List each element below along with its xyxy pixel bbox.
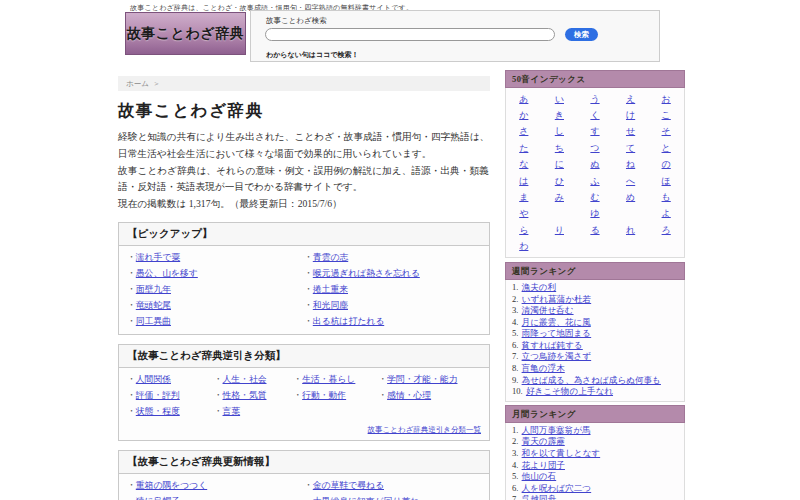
- kana-link[interactable]: う: [590, 94, 599, 104]
- kana-link[interactable]: は: [519, 176, 528, 186]
- proverb-link[interactable]: 和を以て貴しとなす: [522, 448, 601, 458]
- search-button[interactable]: 検索: [565, 28, 598, 41]
- proverb-link[interactable]: 濡れ手で粟: [136, 252, 180, 262]
- proverb-link[interactable]: 貧すれば鈍する: [522, 340, 583, 350]
- kana-link[interactable]: あ: [519, 94, 528, 104]
- kana-link[interactable]: も: [662, 192, 671, 202]
- proverb-link[interactable]: 愚公、山を移す: [136, 268, 198, 278]
- proverb-link[interactable]: 呉越同舟: [522, 494, 556, 500]
- kana-link[interactable]: そ: [662, 126, 671, 136]
- proverb-link[interactable]: 清濁併せ呑む: [522, 305, 574, 315]
- kana-link[interactable]: り: [555, 225, 564, 235]
- proverb-link[interactable]: 好きこそ物の上手なれ: [526, 386, 613, 396]
- kana-link[interactable]: て: [626, 143, 635, 153]
- kana-link[interactable]: よ: [662, 208, 671, 218]
- kana-link[interactable]: ふ: [590, 176, 599, 186]
- proverb-link[interactable]: 大男総身に知恵が回り兼ね: [313, 496, 419, 500]
- category-link[interactable]: 評価・評判: [136, 390, 180, 400]
- kana-link[interactable]: ま: [519, 192, 528, 202]
- category-link[interactable]: 学問・才能・能力: [387, 374, 457, 384]
- kana-link[interactable]: な: [519, 159, 528, 169]
- proverb-link[interactable]: 面壁九年: [136, 284, 171, 294]
- kana-cell: す: [577, 125, 613, 138]
- category-link[interactable]: 生活・暮らし: [302, 374, 355, 384]
- kana-link[interactable]: わ: [519, 241, 528, 251]
- category-link[interactable]: 言葉: [223, 406, 241, 416]
- kana-link[interactable]: と: [662, 143, 671, 153]
- ranking-item: 他山の石: [512, 471, 680, 483]
- category-link[interactable]: 状態・程度: [136, 406, 180, 416]
- kana-link[interactable]: ゆ: [590, 208, 599, 218]
- proverb-link[interactable]: 出る杭は打たれる: [313, 316, 384, 326]
- kana-link[interactable]: こ: [662, 110, 671, 120]
- kana-cell: ま: [506, 191, 542, 204]
- kana-link[interactable]: の: [662, 159, 671, 169]
- proverb-link[interactable]: 人を呪わば穴二つ: [522, 483, 592, 493]
- proverb-link[interactable]: 月に叢雲、花に風: [522, 317, 591, 327]
- category-link[interactable]: 性格・気質: [223, 390, 267, 400]
- proverb-link[interactable]: 金の草鞋で尋ねる: [313, 480, 384, 490]
- list-item: 竜頭蛇尾: [127, 297, 304, 313]
- kana-link[interactable]: る: [590, 225, 599, 235]
- proverb-link[interactable]: 同工異曲: [136, 316, 171, 326]
- proverb-link[interactable]: いずれ菖蒲か杜若: [522, 294, 592, 304]
- ranking-item: 呉越同舟: [512, 494, 680, 500]
- proverb-link[interactable]: 重箱の隅をつつく: [136, 480, 207, 490]
- kana-link[interactable]: い: [555, 94, 564, 104]
- kana-link[interactable]: す: [590, 126, 599, 136]
- ranking-item: 立つ鳥跡を濁さず: [512, 351, 680, 363]
- proverb-link[interactable]: 盲亀の浮木: [522, 363, 565, 373]
- proverb-link[interactable]: 竜頭蛇尾: [136, 300, 171, 310]
- kana-link[interactable]: ら: [519, 225, 528, 235]
- proverb-link[interactable]: 漁夫の利: [522, 282, 557, 292]
- kana-link[interactable]: ぬ: [590, 159, 599, 169]
- proverb-link[interactable]: 猿に烏帽子: [136, 496, 180, 500]
- kana-link[interactable]: に: [555, 159, 564, 169]
- kana-link[interactable]: ほ: [662, 176, 671, 186]
- kana-link[interactable]: き: [555, 110, 564, 120]
- proverb-link[interactable]: 捲土重来: [313, 284, 348, 294]
- proverb-link[interactable]: 花より団子: [522, 460, 565, 470]
- proverb-link[interactable]: 青天の霹靂: [522, 436, 565, 446]
- kana-link[interactable]: け: [626, 110, 635, 120]
- kana-link[interactable]: む: [590, 192, 599, 202]
- category-list-2: 人生・社会 性格・気質 言葉: [214, 371, 294, 419]
- kana-link[interactable]: ね: [626, 159, 635, 169]
- categories-more-row: 故事ことわざ辞典逆引き分類一覧: [119, 424, 489, 440]
- list-item: 状態・程度: [127, 403, 214, 419]
- kana-link[interactable]: へ: [626, 176, 635, 186]
- breadcrumb-home-link[interactable]: ホーム: [126, 79, 149, 88]
- kana-link[interactable]: せ: [626, 126, 635, 136]
- kana-link[interactable]: か: [519, 110, 528, 120]
- kana-link[interactable]: ひ: [555, 176, 564, 186]
- kana-link[interactable]: さ: [519, 126, 528, 136]
- site-logo[interactable]: 故事ことわざ辞典: [125, 12, 246, 55]
- kana-link[interactable]: え: [626, 94, 635, 104]
- kana-link[interactable]: ち: [555, 143, 564, 153]
- proverb-link[interactable]: 人間万事塞翁が馬: [522, 425, 591, 435]
- kana-link[interactable]: つ: [590, 143, 599, 153]
- kana-link[interactable]: れ: [626, 225, 635, 235]
- kana-link[interactable]: お: [662, 94, 671, 104]
- proverb-link[interactable]: 立つ鳥跡を濁さず: [522, 351, 592, 361]
- proverb-link[interactable]: 為せば成る、為さねば成らぬ何事も: [522, 375, 661, 385]
- kana-link[interactable]: み: [555, 192, 564, 202]
- kana-link[interactable]: や: [519, 208, 528, 218]
- kana-link[interactable]: ろ: [662, 225, 671, 235]
- category-link[interactable]: 感情・心理: [387, 390, 431, 400]
- proverb-link[interactable]: 喉元過ぎれば熱さを忘れる: [313, 268, 420, 278]
- kana-link[interactable]: め: [626, 192, 635, 202]
- category-link[interactable]: 人生・社会: [223, 374, 267, 384]
- kana-link[interactable]: た: [519, 143, 528, 153]
- proverb-link[interactable]: 青雲の志: [313, 252, 348, 262]
- search-input[interactable]: [265, 28, 555, 41]
- proverb-link[interactable]: 和光同塵: [313, 300, 348, 310]
- category-link[interactable]: 行動・動作: [302, 390, 346, 400]
- proverb-link[interactable]: 他山の石: [522, 471, 557, 481]
- proverb-link[interactable]: 雨降って地固まる: [522, 328, 592, 338]
- category-link[interactable]: 人間関係: [136, 374, 171, 384]
- kana-cell: ら: [506, 224, 542, 237]
- categories-more-link[interactable]: 故事ことわざ辞典逆引き分類一覧: [368, 425, 481, 434]
- kana-link[interactable]: く: [590, 110, 599, 120]
- kana-link[interactable]: し: [555, 126, 564, 136]
